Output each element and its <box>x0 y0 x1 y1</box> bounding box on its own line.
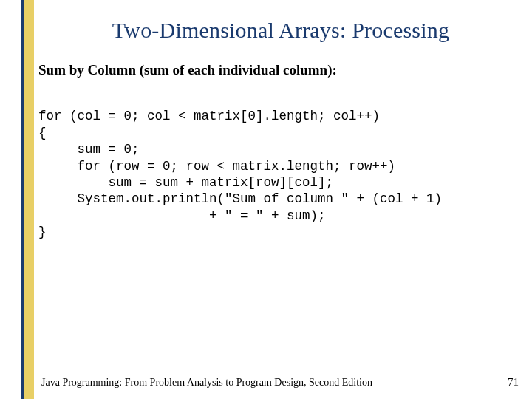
code-line: } <box>38 225 47 239</box>
footer-text: Java Programming: From Problem Analysis … <box>41 377 372 389</box>
slide-title: Two-Dimensional Arrays: Processing <box>37 18 525 43</box>
code-line: { <box>38 126 47 140</box>
code-line: sum = sum + matrix[row][col]; <box>38 175 333 190</box>
section-subhead: Sum by Column (sum of each individual co… <box>38 62 525 78</box>
code-line: for (col = 0; col < matrix[0].length; co… <box>38 109 380 123</box>
code-line: for (row = 0; row < matrix.length; row++… <box>38 159 395 174</box>
slide-content: Two-Dimensional Arrays: Processing Sum b… <box>37 0 525 399</box>
code-line: System.out.println("Sum of column " + (c… <box>38 191 442 206</box>
slide-footer: Java Programming: From Problem Analysis … <box>41 376 519 389</box>
slide-left-rail <box>21 0 34 399</box>
page-number: 71 <box>508 376 519 389</box>
code-block: for (col = 0; col < matrix[0].length; co… <box>38 92 525 241</box>
code-line: + " = " + sum); <box>38 208 326 223</box>
code-line: sum = 0; <box>38 142 140 157</box>
